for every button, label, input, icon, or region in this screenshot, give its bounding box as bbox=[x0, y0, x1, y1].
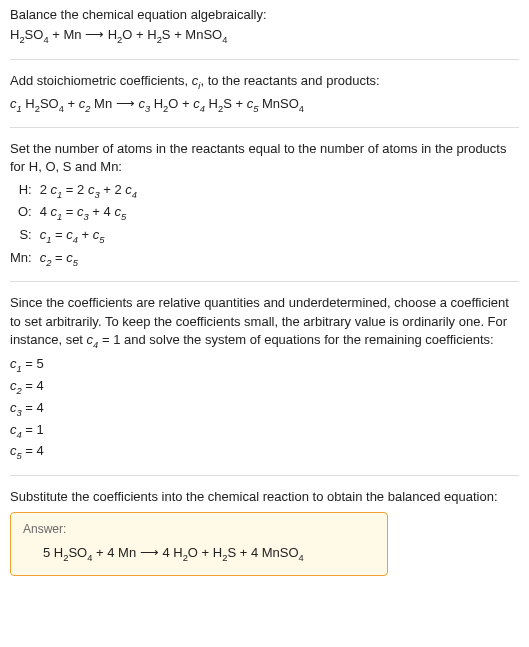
intro-text: Balance the chemical equation algebraica… bbox=[10, 6, 519, 24]
atom-balance-intro: Set the number of atoms in the reactants… bbox=[10, 140, 519, 176]
row-label-h: H: bbox=[10, 181, 32, 202]
row-label-mn: Mn: bbox=[10, 249, 32, 270]
arrow-icon: ⟶ bbox=[136, 545, 162, 560]
coeff-c4: c4 = 1 bbox=[10, 421, 519, 442]
coeff-c2: c2 = 4 bbox=[10, 377, 519, 398]
product-h2s: H2S bbox=[147, 27, 170, 42]
answer-box: Answer: 5 H2SO4 + 4 Mn ⟶ 4 H2O + H2S + 4… bbox=[10, 512, 388, 575]
arrow-icon: ⟶ bbox=[112, 96, 138, 111]
balanced-equation: 5 H2SO4 + 4 Mn ⟶ 4 H2O + H2S + 4 MnSO4 bbox=[23, 544, 375, 565]
row-eq-mn: c2 = c5 bbox=[40, 249, 137, 270]
solved-coefficients: c1 = 5 c2 = 4 c3 = 4 c4 = 1 c5 = 4 bbox=[10, 355, 519, 462]
coeff-c1: c1 = 5 bbox=[10, 355, 519, 376]
stoich-intro: Add stoichiometric coefficients, ci, to … bbox=[10, 72, 519, 93]
divider bbox=[10, 475, 519, 476]
atom-balance-table: H: 2 c1 = 2 c3 + 2 c4 O: 4 c1 = c3 + 4 c… bbox=[10, 181, 519, 270]
reactant-mn: Mn bbox=[63, 27, 81, 42]
coeff-c3: c3 = 4 bbox=[10, 399, 519, 420]
arrow-icon: ⟶ bbox=[81, 27, 107, 42]
row-eq-h: 2 c1 = 2 c3 + 2 c4 bbox=[40, 181, 137, 202]
row-label-s: S: bbox=[10, 226, 32, 247]
substitute-text: Substitute the coefficients into the che… bbox=[10, 488, 519, 506]
reactant-h2so4: H2SO4 bbox=[10, 27, 49, 42]
product-h2o: H2O bbox=[108, 27, 133, 42]
choose-coeff-text: Since the coefficients are relative quan… bbox=[10, 294, 519, 351]
row-label-o: O: bbox=[10, 203, 32, 224]
row-eq-o: 4 c1 = c3 + 4 c5 bbox=[40, 203, 137, 224]
divider bbox=[10, 281, 519, 282]
coeff-c5: c5 = 4 bbox=[10, 442, 519, 463]
unbalanced-equation: H2SO4 + Mn ⟶ H2O + H2S + MnSO4 bbox=[10, 26, 519, 47]
divider bbox=[10, 59, 519, 60]
divider bbox=[10, 127, 519, 128]
answer-label: Answer: bbox=[23, 521, 375, 538]
product-mnso4: MnSO4 bbox=[185, 27, 227, 42]
row-eq-s: c1 = c4 + c5 bbox=[40, 226, 137, 247]
stoich-equation: c1 H2SO4 + c2 Mn ⟶ c3 H2O + c4 H2S + c5 … bbox=[10, 95, 519, 116]
